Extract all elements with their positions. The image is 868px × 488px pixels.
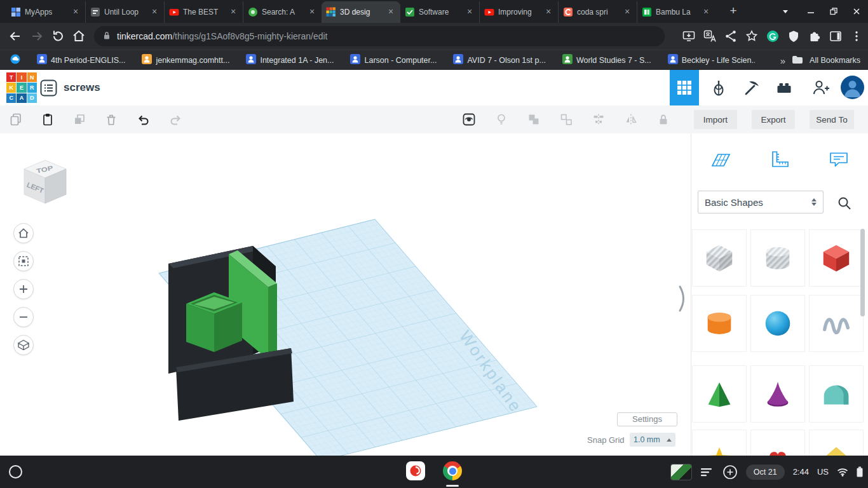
- home-view-button[interactable]: [13, 223, 34, 243]
- view-cube[interactable]: TOP LEFT: [10, 147, 80, 214]
- bookmark-larson-computer[interactable]: Larson - Computer...: [350, 54, 437, 66]
- tab-close-icon[interactable]: ×: [71, 7, 81, 17]
- zoom-in-button[interactable]: [13, 279, 34, 299]
- bookmarks-overflow-icon[interactable]: »: [780, 55, 785, 66]
- minecraft-pickaxe-icon[interactable]: [742, 78, 761, 97]
- mirror-icon[interactable]: [624, 112, 638, 126]
- new-tab-button[interactable]: +: [726, 4, 741, 19]
- shape-round-roof[interactable]: [810, 366, 863, 422]
- 3d-canvas[interactable]: Workplane TOP LEFT: [0, 133, 691, 456]
- bookmark-beckley-life-scien[interactable]: Beckley - Life Scien...: [668, 54, 755, 66]
- paste-icon[interactable]: [41, 112, 55, 126]
- grammarly-icon[interactable]: [765, 29, 780, 44]
- launcher-button[interactable]: [9, 465, 22, 478]
- duplicate-icon[interactable]: [72, 112, 86, 126]
- tab-close-icon[interactable]: ×: [149, 7, 159, 17]
- tab-close-icon[interactable]: ×: [386, 7, 396, 17]
- all-bookmarks-label[interactable]: All Bookmarks: [810, 56, 860, 65]
- shape-diamond[interactable]: [810, 430, 863, 456]
- tab-close-icon[interactable]: ×: [701, 7, 711, 17]
- ruler-tool-icon[interactable]: [766, 146, 794, 174]
- browser-tab-myapps[interactable]: MyApps×: [6, 1, 85, 23]
- undo-icon[interactable]: [136, 112, 150, 126]
- close-window-button[interactable]: [845, 0, 868, 23]
- share-icon[interactable]: [723, 29, 738, 44]
- browser-tab-search-a[interactable]: Search: A×: [243, 1, 322, 23]
- shape-cylinder[interactable]: [693, 295, 746, 351]
- snap-grid-select[interactable]: 1.0 mm: [630, 433, 675, 447]
- bookmark-avid-7-olson-1st-p[interactable]: AVID 7 - Olson 1st p...: [453, 54, 545, 66]
- battery-icon[interactable]: [857, 466, 863, 477]
- tab-close-icon[interactable]: ×: [622, 7, 632, 17]
- ungroup-icon[interactable]: [559, 112, 573, 126]
- shape-hole-cylinder[interactable]: [751, 230, 804, 286]
- notes-tool-icon[interactable]: [825, 146, 853, 174]
- minimize-button[interactable]: [799, 0, 822, 23]
- shape-star[interactable]: [693, 430, 746, 456]
- privacy-shield-icon[interactable]: [786, 29, 801, 44]
- delete-icon[interactable]: [104, 112, 118, 126]
- tab-close-icon[interactable]: ×: [228, 7, 238, 17]
- lego-brick-icon[interactable]: [775, 78, 794, 97]
- back-button[interactable]: [8, 29, 23, 44]
- date-badge[interactable]: Oct 21: [746, 464, 785, 480]
- forward-button[interactable]: [29, 29, 44, 44]
- browser-tab-3d-desig[interactable]: 3D desig×: [322, 1, 400, 23]
- export-button[interactable]: Export: [752, 110, 795, 129]
- panel-collapse-handle[interactable]: [677, 284, 689, 313]
- browser-tab-coda-spri[interactable]: coda spri×: [558, 1, 637, 23]
- tab-close-icon[interactable]: ×: [465, 7, 475, 17]
- reload-button[interactable]: [50, 29, 65, 44]
- browser-tab-bambu-la[interactable]: Bambu La×: [637, 1, 715, 23]
- shape-category-select[interactable]: Basic Shapes: [698, 191, 824, 214]
- profile-avatar[interactable]: [841, 76, 864, 99]
- keyboard-layout[interactable]: US: [817, 467, 829, 477]
- show-all-icon[interactable]: [462, 112, 476, 126]
- bookmark-4th-period-englis[interactable]: 4th Period-ENGLIS...: [37, 54, 125, 66]
- lock-icon[interactable]: [103, 31, 111, 42]
- copy-icon[interactable]: [9, 112, 23, 126]
- browser-tab-improving[interactable]: Improving×: [479, 1, 558, 23]
- perspective-toggle-button[interactable]: [13, 335, 34, 355]
- model-screws-object[interactable]: [168, 246, 294, 421]
- 3d-viewport[interactable]: Workplane: [0, 133, 691, 456]
- lock-icon[interactable]: [656, 112, 670, 126]
- browser-tab-the-best[interactable]: The BEST×: [164, 1, 243, 23]
- bookmark-app-icon[interactable]: [10, 54, 20, 67]
- browser-menu-icon[interactable]: [849, 29, 864, 44]
- tinkercad-logo[interactable]: TINKERCAD: [6, 72, 37, 103]
- settings-button[interactable]: Settings: [617, 412, 677, 426]
- clock-time[interactable]: 2:44: [793, 467, 809, 477]
- shape-box[interactable]: [810, 230, 863, 286]
- install-icon[interactable]: [681, 29, 696, 44]
- red-swirl-app-icon[interactable]: [406, 461, 425, 480]
- fit-view-button[interactable]: [13, 251, 34, 271]
- tab-close-icon[interactable]: ×: [307, 7, 317, 17]
- design-title[interactable]: screws: [64, 81, 100, 94]
- panel-scrollbar[interactable]: [860, 229, 865, 316]
- browser-tab-until-loop[interactable]: Until Loop×: [85, 1, 164, 23]
- simlab-whisk-icon[interactable]: [709, 78, 728, 97]
- screenshot-thumbnail[interactable]: [670, 464, 692, 480]
- tab-search-caret-icon[interactable]: [783, 10, 788, 13]
- chrome-app-icon[interactable]: [443, 461, 462, 480]
- group-icon[interactable]: [527, 112, 541, 126]
- zoom-out-button[interactable]: [13, 307, 34, 327]
- align-icon[interactable]: [592, 112, 606, 126]
- restore-button[interactable]: [822, 0, 845, 23]
- shape-sphere[interactable]: [751, 295, 804, 351]
- redo-icon[interactable]: [168, 112, 182, 126]
- shape-cone[interactable]: [751, 366, 804, 422]
- bookmark-integrated-1a-jen[interactable]: Integrated 1A - Jen...: [246, 54, 334, 66]
- tab-close-icon[interactable]: ×: [543, 7, 553, 17]
- address-bar[interactable]: tinkercad.com/things/g1SAof8v8g5-mighty-…: [94, 26, 665, 46]
- shape-heart[interactable]: [751, 430, 804, 456]
- shape-pyramid[interactable]: [693, 366, 746, 422]
- wifi-icon[interactable]: [837, 468, 848, 477]
- import-button[interactable]: Import: [694, 110, 737, 129]
- side-panel-icon[interactable]: [828, 29, 843, 44]
- bookmark-jenkemmag-comhtt[interactable]: jenkemmag.comhtt...: [142, 54, 229, 66]
- shape-search-icon[interactable]: [836, 194, 853, 212]
- extensions-puzzle-icon[interactable]: [807, 29, 822, 44]
- browser-tab-software[interactable]: Software×: [400, 1, 479, 23]
